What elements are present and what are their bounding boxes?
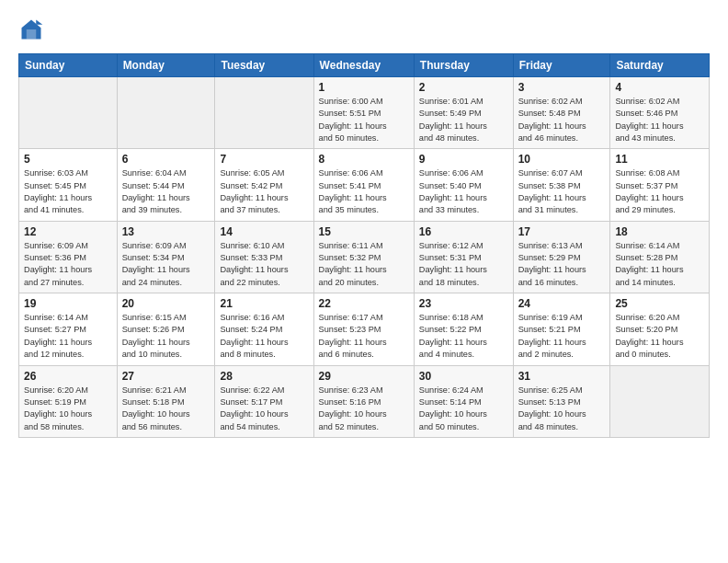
day-info: Sunrise: 6:07 AMSunset: 5:38 PMDaylight:… <box>518 167 606 216</box>
day-info: Sunrise: 6:11 AMSunset: 5:32 PMDaylight:… <box>319 240 409 289</box>
day-number: 25 <box>615 297 704 310</box>
svg-marker-1 <box>36 20 42 25</box>
day-info: Sunrise: 6:06 AMSunset: 5:41 PMDaylight:… <box>319 167 409 216</box>
day-info: Sunrise: 6:19 AMSunset: 5:21 PMDaylight:… <box>518 312 606 361</box>
day-info: Sunrise: 6:06 AMSunset: 5:40 PMDaylight:… <box>419 167 508 216</box>
calendar-cell: 7Sunrise: 6:05 AMSunset: 5:42 PMDaylight… <box>215 149 313 221</box>
day-number: 19 <box>24 297 112 310</box>
weekday-header-friday: Friday <box>513 54 610 77</box>
day-info: Sunrise: 6:14 AMSunset: 5:27 PMDaylight:… <box>24 312 112 361</box>
calendar-cell: 9Sunrise: 6:06 AMSunset: 5:40 PMDaylight… <box>414 149 513 221</box>
logo <box>18 17 48 42</box>
day-info: Sunrise: 6:22 AMSunset: 5:17 PMDaylight:… <box>220 385 308 433</box>
day-number: 28 <box>220 370 308 383</box>
day-info: Sunrise: 6:23 AMSunset: 5:16 PMDaylight:… <box>319 385 409 433</box>
weekday-header-tuesday: Tuesday <box>215 54 313 77</box>
header <box>18 17 710 42</box>
day-number: 30 <box>419 370 508 383</box>
day-number: 26 <box>24 370 112 383</box>
weekday-header-wednesday: Wednesday <box>313 54 414 77</box>
calendar-table: SundayMondayTuesdayWednesdayThursdayFrid… <box>18 53 710 438</box>
day-number: 9 <box>419 153 508 166</box>
day-info: Sunrise: 6:01 AMSunset: 5:49 PMDaylight:… <box>419 96 508 144</box>
calendar-cell: 27Sunrise: 6:21 AMSunset: 5:18 PMDayligh… <box>117 365 215 437</box>
calendar-cell <box>117 77 215 149</box>
day-info: Sunrise: 6:20 AMSunset: 5:19 PMDaylight:… <box>24 385 112 433</box>
day-number: 2 <box>419 81 508 94</box>
calendar-cell <box>215 77 313 149</box>
day-info: Sunrise: 6:14 AMSunset: 5:28 PMDaylight:… <box>615 240 704 289</box>
calendar-week-5: 26Sunrise: 6:20 AMSunset: 5:19 PMDayligh… <box>19 365 710 437</box>
page: SundayMondayTuesdayWednesdayThursdayFrid… <box>0 0 728 563</box>
calendar-week-4: 19Sunrise: 6:14 AMSunset: 5:27 PMDayligh… <box>19 293 710 365</box>
calendar-cell: 31Sunrise: 6:25 AMSunset: 5:13 PMDayligh… <box>513 365 610 437</box>
day-info: Sunrise: 6:08 AMSunset: 5:37 PMDaylight:… <box>615 167 704 216</box>
day-number: 8 <box>319 153 409 166</box>
calendar-cell: 2Sunrise: 6:01 AMSunset: 5:49 PMDaylight… <box>414 77 513 149</box>
day-info: Sunrise: 6:03 AMSunset: 5:45 PMDaylight:… <box>24 167 112 216</box>
calendar-cell: 23Sunrise: 6:18 AMSunset: 5:22 PMDayligh… <box>414 293 513 365</box>
day-info: Sunrise: 6:04 AMSunset: 5:44 PMDaylight:… <box>122 167 210 216</box>
calendar-week-2: 5Sunrise: 6:03 AMSunset: 5:45 PMDaylight… <box>19 149 710 221</box>
day-info: Sunrise: 6:17 AMSunset: 5:23 PMDaylight:… <box>319 312 409 361</box>
calendar-cell: 13Sunrise: 6:09 AMSunset: 5:34 PMDayligh… <box>117 221 215 293</box>
weekday-header-thursday: Thursday <box>414 54 513 77</box>
calendar-cell: 16Sunrise: 6:12 AMSunset: 5:31 PMDayligh… <box>414 221 513 293</box>
calendar-cell: 12Sunrise: 6:09 AMSunset: 5:36 PMDayligh… <box>19 221 118 293</box>
day-info: Sunrise: 6:18 AMSunset: 5:22 PMDaylight:… <box>419 312 508 361</box>
day-number: 23 <box>419 297 508 310</box>
svg-rect-2 <box>27 29 37 40</box>
day-number: 11 <box>615 153 704 166</box>
calendar-cell: 19Sunrise: 6:14 AMSunset: 5:27 PMDayligh… <box>19 293 118 365</box>
weekday-header-row: SundayMondayTuesdayWednesdayThursdayFrid… <box>19 54 710 77</box>
day-number: 21 <box>220 297 308 310</box>
calendar-cell: 24Sunrise: 6:19 AMSunset: 5:21 PMDayligh… <box>513 293 610 365</box>
day-number: 31 <box>518 370 606 383</box>
day-number: 6 <box>122 153 210 166</box>
calendar-cell <box>610 365 710 437</box>
day-number: 24 <box>518 297 606 310</box>
calendar-week-1: 1Sunrise: 6:00 AMSunset: 5:51 PMDaylight… <box>19 77 710 149</box>
day-number: 10 <box>518 153 606 166</box>
day-info: Sunrise: 6:09 AMSunset: 5:34 PMDaylight:… <box>122 240 210 289</box>
calendar-cell: 29Sunrise: 6:23 AMSunset: 5:16 PMDayligh… <box>313 365 414 437</box>
calendar-cell: 22Sunrise: 6:17 AMSunset: 5:23 PMDayligh… <box>313 293 414 365</box>
day-number: 3 <box>518 81 606 94</box>
calendar-cell <box>19 77 118 149</box>
calendar-cell: 20Sunrise: 6:15 AMSunset: 5:26 PMDayligh… <box>117 293 215 365</box>
calendar-cell: 11Sunrise: 6:08 AMSunset: 5:37 PMDayligh… <box>610 149 710 221</box>
day-info: Sunrise: 6:24 AMSunset: 5:14 PMDaylight:… <box>419 385 508 433</box>
logo-icon <box>18 17 44 42</box>
calendar-cell: 3Sunrise: 6:02 AMSunset: 5:48 PMDaylight… <box>513 77 610 149</box>
day-number: 7 <box>220 153 308 166</box>
day-number: 5 <box>24 153 112 166</box>
day-info: Sunrise: 6:00 AMSunset: 5:51 PMDaylight:… <box>319 96 409 144</box>
calendar-cell: 6Sunrise: 6:04 AMSunset: 5:44 PMDaylight… <box>117 149 215 221</box>
calendar-cell: 5Sunrise: 6:03 AMSunset: 5:45 PMDaylight… <box>19 149 118 221</box>
day-number: 20 <box>122 297 210 310</box>
day-info: Sunrise: 6:21 AMSunset: 5:18 PMDaylight:… <box>122 385 210 433</box>
day-info: Sunrise: 6:20 AMSunset: 5:20 PMDaylight:… <box>615 312 704 361</box>
calendar-cell: 28Sunrise: 6:22 AMSunset: 5:17 PMDayligh… <box>215 365 313 437</box>
day-number: 17 <box>518 225 606 238</box>
day-number: 29 <box>319 370 409 383</box>
day-info: Sunrise: 6:15 AMSunset: 5:26 PMDaylight:… <box>122 312 210 361</box>
calendar-cell: 25Sunrise: 6:20 AMSunset: 5:20 PMDayligh… <box>610 293 710 365</box>
calendar-cell: 8Sunrise: 6:06 AMSunset: 5:41 PMDaylight… <box>313 149 414 221</box>
calendar-week-3: 12Sunrise: 6:09 AMSunset: 5:36 PMDayligh… <box>19 221 710 293</box>
day-number: 16 <box>419 225 508 238</box>
calendar-cell: 18Sunrise: 6:14 AMSunset: 5:28 PMDayligh… <box>610 221 710 293</box>
calendar-cell: 1Sunrise: 6:00 AMSunset: 5:51 PMDaylight… <box>313 77 414 149</box>
day-info: Sunrise: 6:02 AMSunset: 5:46 PMDaylight:… <box>615 96 704 144</box>
day-number: 14 <box>220 225 308 238</box>
calendar-cell: 17Sunrise: 6:13 AMSunset: 5:29 PMDayligh… <box>513 221 610 293</box>
calendar-cell: 4Sunrise: 6:02 AMSunset: 5:46 PMDaylight… <box>610 77 710 149</box>
day-info: Sunrise: 6:05 AMSunset: 5:42 PMDaylight:… <box>220 167 308 216</box>
day-number: 22 <box>319 297 409 310</box>
day-info: Sunrise: 6:16 AMSunset: 5:24 PMDaylight:… <box>220 312 308 361</box>
day-info: Sunrise: 6:13 AMSunset: 5:29 PMDaylight:… <box>518 240 606 289</box>
day-number: 12 <box>24 225 112 238</box>
day-number: 15 <box>319 225 409 238</box>
day-number: 27 <box>122 370 210 383</box>
weekday-header-monday: Monday <box>117 54 215 77</box>
